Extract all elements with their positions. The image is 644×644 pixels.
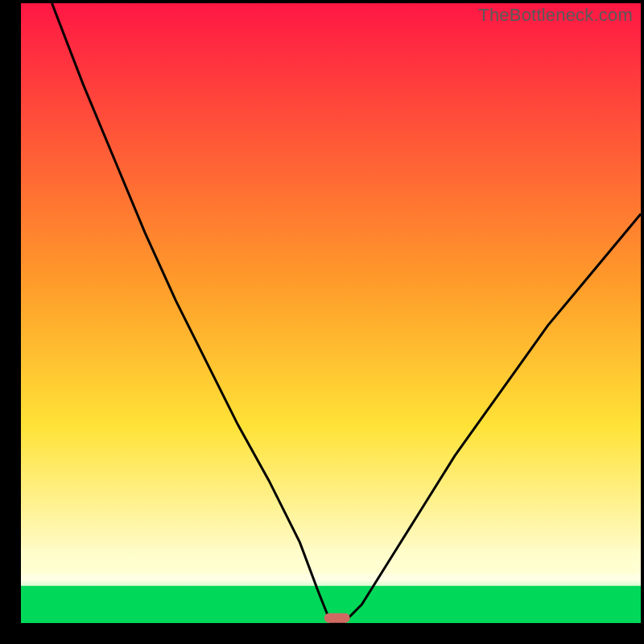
chart-svg — [0, 0, 644, 644]
plot-area — [21, 3, 641, 623]
svg-rect-0 — [21, 3, 641, 623]
optimal-marker — [324, 613, 350, 623]
svg-rect-3 — [324, 613, 350, 623]
svg-rect-1 — [21, 549, 641, 574]
bottleneck-chart: TheBottleneck.com — [0, 0, 644, 644]
